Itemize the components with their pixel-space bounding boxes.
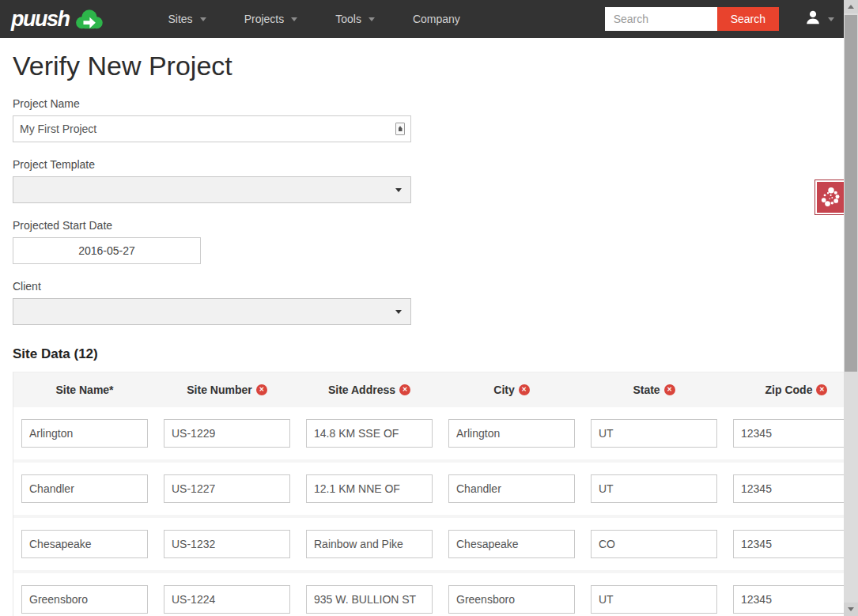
page-title: Verify New Project (13, 50, 858, 82)
nav-links: Sites Projects Tools Company (149, 0, 479, 38)
zip-code-input[interactable] (733, 530, 844, 558)
user-menu[interactable] (804, 9, 834, 29)
site-number-input[interactable] (164, 530, 290, 558)
caret-down-icon (395, 310, 402, 314)
user-icon (804, 9, 822, 29)
column-label: City (493, 384, 514, 396)
column-label: State (633, 384, 660, 396)
field-client: Client (13, 280, 845, 325)
navbar-right: Search (605, 7, 834, 31)
site-data-table: Site Name* Site Number ✕ Site Address ✕ … (13, 372, 844, 616)
state-input[interactable] (591, 530, 717, 558)
site-address-input[interactable] (306, 419, 433, 448)
project-name-input[interactable] (13, 115, 411, 142)
scrollbar-down-icon[interactable] (844, 603, 858, 616)
column-header-zip-code: Zip Code ✕ (725, 384, 844, 396)
project-name-label: Project Name (13, 97, 845, 110)
column-label: Site Name* (55, 384, 113, 396)
nav-item-projects-label: Projects (244, 13, 285, 25)
city-input[interactable] (448, 419, 575, 448)
scrollbar-thumb[interactable] (845, 15, 857, 372)
nav-item-projects[interactable]: Projects (225, 0, 317, 38)
start-date-input[interactable] (13, 237, 201, 264)
autofill-icon[interactable] (395, 123, 405, 135)
caret-down-icon (395, 188, 402, 192)
column-header-site-address: Site Address ✕ (298, 384, 440, 396)
remove-column-icon[interactable]: ✕ (816, 384, 827, 395)
start-date-label: Projected Start Date (13, 219, 845, 232)
site-address-input[interactable] (306, 585, 433, 614)
remove-column-icon[interactable]: ✕ (399, 384, 410, 395)
nav-item-company-label: Company (413, 13, 460, 25)
site-name-input[interactable] (21, 585, 148, 614)
caret-down-icon (291, 17, 297, 21)
zip-code-input[interactable] (733, 419, 844, 448)
client-select[interactable] (13, 298, 411, 325)
city-input[interactable] (448, 474, 575, 503)
column-label: Site Number (187, 384, 251, 396)
column-header-city: City ✕ (440, 384, 583, 396)
column-header-site-number: Site Number ✕ (156, 384, 298, 396)
table-row (13, 463, 844, 518)
project-template-select[interactable] (13, 176, 411, 203)
column-header-site-name: Site Name* (13, 384, 156, 396)
remove-column-icon[interactable]: ✕ (519, 384, 530, 395)
search-button[interactable]: Search (717, 7, 779, 31)
site-number-input[interactable] (164, 585, 290, 614)
site-data-heading: Site Data (12) (13, 346, 858, 362)
project-template-label: Project Template (13, 158, 845, 171)
city-input[interactable] (448, 585, 575, 614)
column-label: Site Address (328, 384, 395, 396)
nav-item-tools-label: Tools (335, 13, 361, 25)
logo[interactable]: puush (11, 5, 104, 33)
client-label: Client (13, 280, 845, 293)
nav-item-sites[interactable]: Sites (149, 0, 225, 38)
remove-column-icon[interactable]: ✕ (664, 384, 675, 395)
caret-down-icon (828, 17, 834, 21)
site-name-input[interactable] (21, 474, 148, 503)
navbar: puush Sites Projects Tools (0, 0, 858, 38)
logo-text: puush (11, 9, 70, 30)
table-row (13, 407, 844, 463)
caret-down-icon (200, 17, 206, 21)
state-input[interactable] (591, 474, 717, 503)
state-input[interactable] (591, 419, 717, 448)
project-form: Project Name Project Template Projected … (13, 97, 845, 325)
vertical-scrollbar[interactable] (844, 0, 858, 616)
column-label: Zip Code (765, 384, 813, 396)
field-project-template: Project Template (13, 158, 845, 203)
dots-widget-icon[interactable] (815, 180, 847, 214)
caret-down-icon (369, 17, 375, 21)
zip-code-input[interactable] (733, 585, 844, 614)
site-number-input[interactable] (164, 474, 290, 503)
remove-column-icon[interactable]: ✕ (256, 384, 267, 395)
logo-cloud-arrow-icon (74, 8, 104, 33)
table-row (13, 573, 844, 616)
site-number-input[interactable] (164, 419, 290, 448)
nav-item-tools[interactable]: Tools (316, 0, 394, 38)
table-header-row: Site Name* Site Number ✕ Site Address ✕ … (13, 372, 844, 407)
scrollbar-up-icon[interactable] (844, 0, 858, 13)
column-header-state: State ✕ (583, 384, 725, 396)
site-name-input[interactable] (21, 419, 148, 448)
nav-item-company[interactable]: Company (394, 0, 479, 38)
zip-code-input[interactable] (733, 474, 844, 503)
field-project-name: Project Name (13, 97, 845, 142)
search-input[interactable] (605, 7, 717, 31)
field-start-date: Projected Start Date (13, 219, 845, 264)
site-name-input[interactable] (21, 530, 148, 558)
table-row (13, 518, 844, 573)
site-address-input[interactable] (306, 530, 433, 558)
city-input[interactable] (448, 530, 575, 558)
state-input[interactable] (591, 585, 717, 614)
nav-item-sites-label: Sites (168, 13, 193, 25)
site-address-input[interactable] (306, 474, 433, 503)
